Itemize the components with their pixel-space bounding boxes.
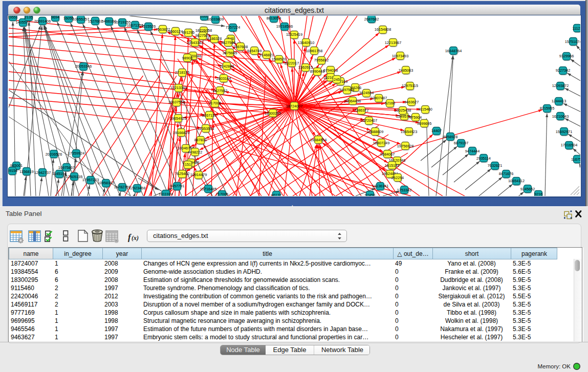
svg-text:(x): (x): [132, 234, 139, 242]
